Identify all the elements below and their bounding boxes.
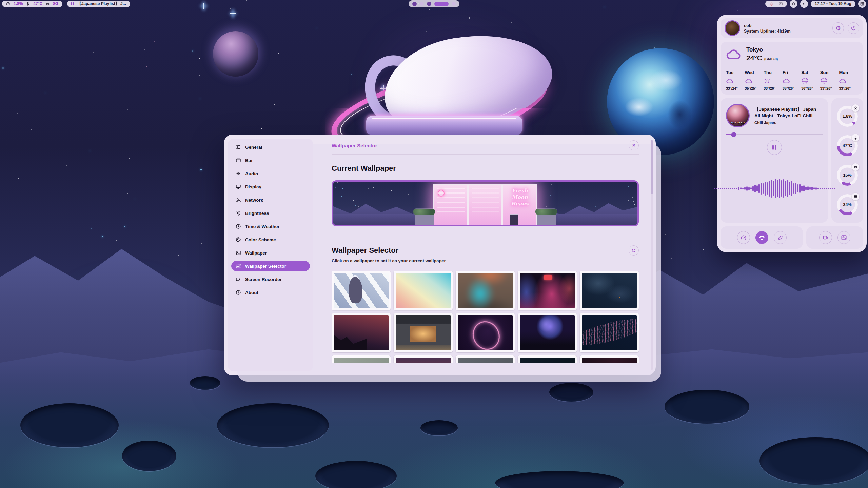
wallpaper-thumb-crimson-forest[interactable]	[332, 313, 391, 352]
gauge-disk: 24%	[837, 194, 858, 215]
refresh-button[interactable]	[629, 245, 639, 256]
wallpaper-thumb-snowy-village[interactable]	[580, 271, 639, 310]
sidebar-item-wallpaper-selector[interactable]: Wallpaper Selector	[231, 261, 310, 271]
settings-content: Wallpaper Selector × Current Wallpaper F…	[321, 135, 656, 375]
gauge-memory: 16%	[837, 165, 858, 186]
screenshot-button[interactable]	[837, 231, 850, 244]
brightness-icon	[236, 210, 241, 216]
workspace-dot-1[interactable]	[412, 2, 417, 6]
chip-icon	[852, 163, 859, 171]
palette-icon	[236, 237, 241, 242]
workspace-dot-5[interactable]	[452, 2, 456, 6]
cloud-icon	[783, 78, 802, 84]
volume-button[interactable]	[800, 0, 808, 8]
gear-icon: ⚙	[835, 25, 841, 31]
user-name: seb	[744, 23, 791, 28]
wallpaper-thumb-wave-mesh[interactable]	[580, 313, 639, 352]
slider-thumb[interactable]	[731, 132, 736, 137]
wallpaper-thumb-violet-ring[interactable]	[456, 313, 515, 352]
system-stats-pill[interactable]: 1.8% 47°C 8G	[2, 1, 62, 7]
systray-pill[interactable]	[765, 1, 787, 7]
sidebar-item-bar[interactable]: Bar	[231, 155, 310, 165]
workspace-indicator[interactable]	[409, 0, 459, 7]
neon-platform	[366, 116, 522, 135]
sidebar-item-general[interactable]: General	[231, 142, 310, 152]
album-art: TOKYO LO	[726, 104, 750, 127]
clock-pill[interactable]: 17:17 - Tue, 19 Aug	[811, 1, 855, 7]
eco-mode-button[interactable]	[774, 231, 787, 244]
close-icon: ×	[632, 143, 635, 148]
wallpaper-thumb-lofi-cafe[interactable]	[394, 313, 453, 352]
media-progress-slider[interactable]	[726, 134, 823, 135]
gauge-cpu-load: 1.8%	[837, 106, 858, 127]
wallpaper-thumb-aurora-blur[interactable]	[456, 271, 515, 310]
sidebar-item-time-weather[interactable]: Time & Weather	[231, 221, 310, 231]
play-pause-button[interactable]	[767, 140, 782, 155]
sidebar-item-wallpaper[interactable]: Wallpaper	[231, 248, 310, 258]
sidebar-item-network[interactable]: Network	[231, 195, 310, 205]
workspace-dot-3[interactable]	[427, 2, 431, 6]
info-icon	[236, 290, 241, 295]
album-art-label: TOKYO LO	[727, 121, 749, 124]
sidebar-item-display[interactable]: Display	[231, 182, 310, 192]
wallpaper-selector-subtitle: Click on a wallpaper to set it as your c…	[332, 258, 639, 263]
power-button[interactable]	[848, 22, 859, 34]
purple-planet	[213, 31, 258, 77]
wallpaper-thumb-autumn-grove[interactable]	[394, 355, 453, 363]
microphone-tray-icon[interactable]	[769, 2, 774, 6]
system-uptime: System Uptime: 4h19m	[744, 29, 791, 34]
media-subtitle: Chill Japan.	[754, 121, 823, 125]
balanced-mode-button[interactable]	[755, 231, 768, 244]
speedometer-icon	[6, 2, 11, 6]
speedometer-icon	[741, 235, 747, 241]
wallpaper-thumb-sage-field[interactable]	[332, 355, 391, 363]
settings-button[interactable]: ⚙	[832, 22, 844, 34]
workspace-dot-4[interactable]	[434, 2, 449, 6]
sun-cloud-icon	[764, 78, 783, 84]
sidebar-item-label: Display	[245, 184, 261, 189]
topbar-media-pill[interactable]: 【Japanese Playlist】 J...	[67, 1, 130, 7]
gauge-temperature: 47°C	[837, 135, 858, 156]
wallpaper-thumb-midnight-sea[interactable]	[518, 355, 577, 363]
dashboard-grid-button[interactable]	[858, 0, 866, 8]
workspace-dot-2[interactable]	[420, 2, 424, 6]
coffee-cup-saturn	[326, 30, 556, 142]
preview-planter-left	[415, 214, 434, 225]
sidebar-item-audio[interactable]: Audio	[231, 168, 310, 179]
window-scrollbar[interactable]	[651, 140, 653, 370]
cloud-icon	[839, 78, 858, 84]
screenshot-tray-icon[interactable]	[778, 2, 783, 6]
sidebar-item-screen-recorder[interactable]: Screen Recorder	[231, 274, 310, 284]
weather-card: Tokyo 24°C (GMT+9) Tue33°/24° Wed35°/25°…	[721, 42, 863, 95]
wallpaper-thumb-dark-orchid[interactable]	[580, 355, 639, 363]
wallpaper-thumb-neon-arcade[interactable]	[518, 271, 577, 310]
sidebar-item-label: Wallpaper	[245, 250, 267, 256]
sliders-icon	[236, 144, 241, 150]
wallpaper-thumb-nebula-forest[interactable]	[518, 313, 577, 352]
current-wallpaper-heading: Current Wallpaper	[332, 164, 639, 173]
weather-forecast: Tue33°/24° Wed35°/25° Thu33°/26° Fri35°/…	[726, 70, 858, 90]
performance-mode-button[interactable]	[737, 231, 750, 244]
disk-icon	[852, 193, 859, 200]
wallpaper-thumb-anime-crosswalk[interactable]	[332, 271, 391, 310]
wallpaper-thumb-grey-plain[interactable]	[456, 355, 515, 363]
cloud-icon	[726, 48, 742, 60]
scales-icon	[759, 235, 765, 241]
image-select-icon	[236, 263, 241, 269]
system-gauges-card: 1.8% 47°C 16% 24%	[831, 98, 863, 223]
preview-menu-board	[510, 214, 518, 225]
settings-window: General Bar Audio Display Network Bright…	[224, 135, 656, 375]
screen-record-button[interactable]	[819, 231, 832, 244]
notifications-bell-button[interactable]	[790, 0, 797, 8]
forecast-day: Sat36°/26°	[801, 70, 820, 90]
sidebar-item-brightness[interactable]: Brightness	[231, 208, 310, 218]
media-player-card: TOKYO LO 【Japanese Playlist】 Japan All N…	[721, 98, 828, 223]
wallpaper-thumb-pastel-gradient[interactable]	[394, 271, 453, 310]
pause-icon	[772, 145, 774, 150]
sidebar-item-color-scheme[interactable]: Color Scheme	[231, 235, 310, 245]
sidebar-item-label: Color Scheme	[245, 237, 276, 242]
dashboard-panel: seb System Uptime: 4h19m ⚙ Tokyo 24°C (G…	[717, 15, 867, 252]
close-button[interactable]: ×	[629, 140, 639, 150]
sidebar-item-about[interactable]: About	[231, 287, 310, 298]
temperature-value: 47°C	[33, 1, 42, 6]
